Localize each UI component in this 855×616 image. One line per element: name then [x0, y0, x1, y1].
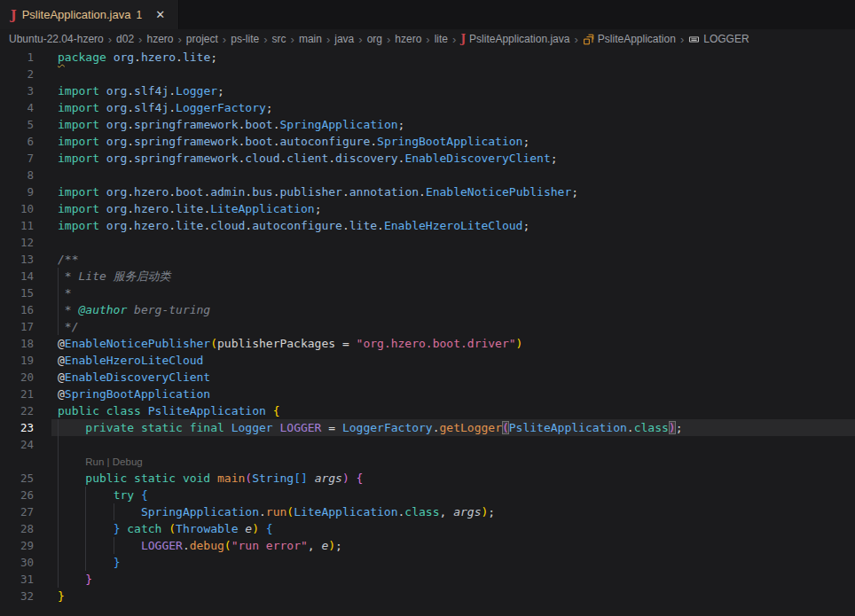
code-line[interactable]: 6import org.springframework.boot.autocon…	[0, 133, 855, 150]
code-line[interactable]: 29 LOGGER.debug("run error", e);	[0, 537, 855, 554]
code-line[interactable]: 11import org.hzero.lite.cloud.autoconfig…	[0, 217, 855, 234]
breadcrumb-item[interactable]: LOGGER	[688, 33, 749, 45]
code-line[interactable]: 8	[0, 167, 855, 183]
code-line[interactable]: 16 * @author berg-turing	[0, 301, 855, 318]
line-number[interactable]: 16	[0, 301, 34, 318]
code-line[interactable]: 3import org.slf4j.Logger;	[0, 82, 855, 99]
code-line[interactable]: 24	[0, 436, 855, 453]
code-line[interactable]: 10import org.hzero.lite.LiteApplication;	[0, 200, 855, 217]
breadcrumb-item[interactable]: hzero	[146, 33, 173, 45]
line-number[interactable]: 26	[0, 487, 34, 503]
token-cls: LoggerFactory	[176, 101, 266, 114]
code-line[interactable]: 31 }	[0, 571, 855, 588]
close-icon[interactable]: ✕	[153, 7, 168, 22]
token-b2: )	[342, 472, 349, 485]
code-line[interactable]: 4import org.slf4j.LoggerFactory;	[0, 99, 855, 116]
line-number[interactable]: 8	[0, 167, 34, 183]
line-number[interactable]: 14	[0, 268, 34, 285]
token-var: args	[315, 472, 342, 485]
code-line[interactable]: 15 *	[0, 285, 855, 301]
line-number[interactable]: 7	[0, 150, 34, 167]
line-number[interactable]: 30	[0, 554, 34, 571]
line-number[interactable]: 18	[0, 335, 34, 352]
token-kw: ackage	[65, 51, 114, 64]
line-number[interactable]: 17	[0, 318, 34, 335]
code-line[interactable]: 7import org.springframework.cloud.client…	[0, 150, 855, 167]
code-line[interactable]: 19@EnableHzeroLiteCloud	[0, 352, 855, 369]
line-number[interactable]: 10	[0, 200, 34, 217]
breadcrumb-item[interactable]: JPsliteApplication.java	[460, 33, 569, 45]
line-number[interactable]: 2	[0, 66, 34, 82]
line-number[interactable]: 11	[0, 217, 34, 234]
codelens-run-link[interactable]: Run	[85, 456, 104, 467]
code-line[interactable]: 18@EnableNoticePublisher(publisherPackag…	[0, 335, 855, 352]
line-number[interactable]: 3	[0, 82, 34, 99]
token-kw: import	[58, 185, 106, 199]
codelens-debug-link[interactable]: Debug	[113, 456, 143, 467]
code-line[interactable]: 17 */	[0, 318, 855, 335]
code-line[interactable]: 2	[0, 66, 855, 82]
code-line[interactable]: 5import org.springframework.boot.SpringA…	[0, 116, 855, 133]
token-kw: import	[58, 118, 106, 131]
breadcrumb-item[interactable]: main	[299, 33, 322, 45]
code-line[interactable]: 25 public static void main(String[] args…	[0, 470, 855, 487]
code-editor[interactable]: 1package org.hzero.lite;23import org.slf…	[0, 49, 855, 616]
line-number[interactable]: 1	[0, 49, 34, 66]
line-number[interactable]: 23	[0, 419, 34, 436]
line-content: Run | Debug	[58, 453, 855, 470]
code-line[interactable]: 12	[0, 234, 855, 251]
code-line[interactable]: 22public class PsliteApplication {	[0, 402, 855, 419]
code-line[interactable]: 9import org.hzero.boot.admin.bus.publish…	[0, 183, 855, 200]
line-number[interactable]: 4	[0, 99, 34, 116]
code-line[interactable]: 14 * Lite 服务启动类	[0, 268, 855, 285]
token-kw: class	[634, 421, 669, 434]
code-line[interactable]: 28 } catch (Throwable e) {	[0, 520, 855, 537]
line-number[interactable]: 13	[0, 251, 34, 268]
line-number[interactable]: 12	[0, 234, 34, 251]
code-line[interactable]: 23 private static final Logger LOGGER = …	[0, 419, 855, 436]
code-line[interactable]: 32}	[0, 588, 855, 604]
line-number[interactable]: 28	[0, 520, 34, 537]
breadcrumb-item[interactable]: org	[367, 33, 382, 45]
line-number[interactable]: 25	[0, 470, 34, 487]
breadcrumb-item[interactable]: hzero	[395, 33, 421, 45]
breadcrumb-item[interactable]: project	[186, 33, 218, 45]
code-line[interactable]: 13/**	[0, 251, 855, 268]
line-number[interactable]: 6	[0, 133, 34, 150]
token-pkg: springframework	[134, 135, 238, 148]
breadcrumb-item[interactable]: d02	[116, 33, 134, 45]
line-number[interactable]: 22	[0, 402, 34, 419]
line-content: private static final Logger LOGGER = Log…	[58, 419, 855, 436]
breadcrumb-item[interactable]: ps-lite	[231, 33, 259, 45]
line-number[interactable]: 20	[0, 369, 34, 386]
code-line[interactable]: 1package org.hzero.lite;	[0, 49, 855, 66]
line-number[interactable]: 21	[0, 386, 34, 402]
line-number[interactable]: 29	[0, 537, 34, 554]
breadcrumb-item[interactable]: src	[272, 33, 286, 45]
code-line[interactable]: 26 try {	[0, 487, 855, 503]
code-line[interactable]: 20@EnableDiscoveryClient	[0, 369, 855, 386]
codelens-row[interactable]: Run | Debug	[0, 453, 855, 470]
token-pun: @	[58, 387, 65, 401]
token-pun: .	[433, 421, 440, 434]
line-number[interactable]: 9	[0, 183, 34, 200]
breadcrumb-item[interactable]: PsliteApplication	[583, 33, 676, 45]
line-number[interactable]: 24	[0, 436, 34, 453]
line-number[interactable]: 19	[0, 352, 34, 369]
line-number[interactable]: 32	[0, 588, 34, 604]
breadcrumb-item[interactable]: Ubuntu-22.04-hzero	[9, 33, 104, 45]
token-pkg: hzero	[141, 51, 176, 64]
tab-pslite-application-java[interactable]: J PsliteApplication.java 1 ✕	[0, 0, 179, 29]
line-number[interactable]: 15	[0, 285, 34, 301]
token-kw: private static final	[85, 421, 231, 434]
line-number[interactable]: 27	[0, 503, 34, 520]
token-pun: .	[127, 219, 134, 232]
line-number[interactable]: 5	[0, 116, 34, 133]
code-line[interactable]: 30 }	[0, 554, 855, 571]
code-line[interactable]: 27 SpringApplication.run(LiteApplication…	[0, 503, 855, 520]
line-number[interactable]	[0, 453, 34, 470]
breadcrumb-item[interactable]: java	[334, 33, 354, 45]
code-line[interactable]: 21@SpringBootApplication	[0, 386, 855, 402]
line-number[interactable]: 31	[0, 571, 34, 588]
breadcrumb-item[interactable]: lite	[435, 33, 448, 45]
